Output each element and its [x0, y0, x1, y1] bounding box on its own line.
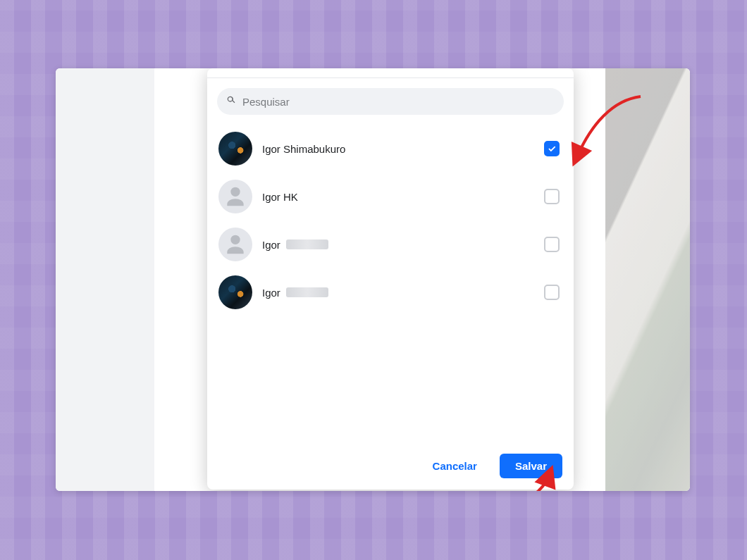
person-icon [221, 230, 249, 259]
person-name: Igor [262, 287, 544, 299]
background-photo-strip [605, 68, 690, 491]
avatar [218, 228, 252, 261]
save-button[interactable]: Salvar [500, 454, 562, 478]
search-input[interactable] [242, 96, 555, 108]
person-row[interactable]: Igor [217, 220, 564, 268]
people-list: Igor ShimabukuroIgor HKIgorIgor [217, 125, 564, 316]
avatar [218, 180, 252, 213]
person-row[interactable]: Igor HK [217, 173, 564, 220]
cancel-button[interactable]: Cancelar [417, 454, 493, 478]
person-row[interactable]: Igor Shimabukuro [217, 125, 564, 173]
select-checkbox[interactable] [544, 285, 560, 300]
person-row[interactable]: Igor [217, 268, 564, 316]
search-icon [226, 94, 242, 108]
redacted-name-fragment [286, 239, 328, 249]
person-name: Igor Shimabukuro [262, 143, 544, 155]
select-people-dialog: Igor ShimabukuroIgor HKIgorIgor Cancelar… [207, 68, 574, 490]
select-checkbox[interactable] [544, 237, 560, 252]
dialog-footer: Cancelar Salvar [207, 445, 574, 490]
avatar [218, 132, 252, 166]
person-name: Igor HK [262, 191, 544, 203]
app-window: Igor ShimabukuroIgor HKIgorIgor Cancelar… [56, 68, 690, 491]
person-name: Igor [262, 239, 544, 251]
article-frame: Igor ShimabukuroIgor HKIgorIgor Cancelar… [0, 0, 747, 560]
search-input-wrapper[interactable] [217, 88, 564, 115]
person-icon [221, 182, 249, 211]
select-checkbox[interactable] [544, 141, 560, 156]
dialog-header-divider [207, 68, 574, 78]
redacted-name-fragment [286, 287, 328, 297]
select-checkbox[interactable] [544, 189, 560, 204]
avatar [218, 275, 252, 309]
dialog-body: Igor ShimabukuroIgor HKIgorIgor [207, 78, 574, 445]
check-icon [547, 144, 557, 154]
background-left-panel [56, 68, 154, 491]
